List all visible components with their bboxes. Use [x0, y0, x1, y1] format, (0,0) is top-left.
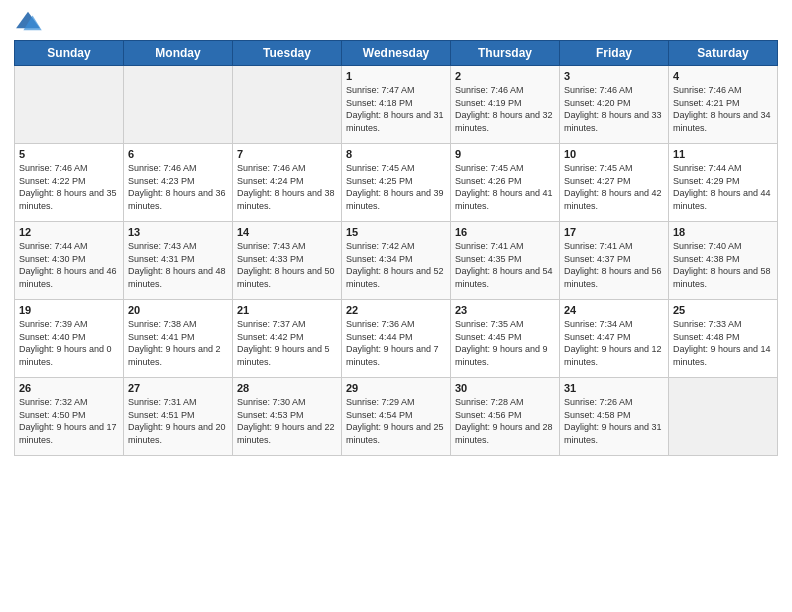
calendar-table: SundayMondayTuesdayWednesdayThursdayFrid… [14, 40, 778, 456]
calendar-cell: 28Sunrise: 7:30 AM Sunset: 4:53 PM Dayli… [233, 378, 342, 456]
day-info: Sunrise: 7:28 AM Sunset: 4:56 PM Dayligh… [455, 396, 555, 446]
day-info: Sunrise: 7:43 AM Sunset: 4:33 PM Dayligh… [237, 240, 337, 290]
calendar-cell: 29Sunrise: 7:29 AM Sunset: 4:54 PM Dayli… [342, 378, 451, 456]
day-info: Sunrise: 7:42 AM Sunset: 4:34 PM Dayligh… [346, 240, 446, 290]
day-number: 21 [237, 304, 337, 316]
day-number: 3 [564, 70, 664, 82]
calendar-cell: 9Sunrise: 7:45 AM Sunset: 4:26 PM Daylig… [451, 144, 560, 222]
day-info: Sunrise: 7:29 AM Sunset: 4:54 PM Dayligh… [346, 396, 446, 446]
calendar-cell: 15Sunrise: 7:42 AM Sunset: 4:34 PM Dayli… [342, 222, 451, 300]
calendar-cell: 1Sunrise: 7:47 AM Sunset: 4:18 PM Daylig… [342, 66, 451, 144]
day-number: 18 [673, 226, 773, 238]
weekday-tuesday: Tuesday [233, 41, 342, 66]
day-number: 4 [673, 70, 773, 82]
calendar-cell: 21Sunrise: 7:37 AM Sunset: 4:42 PM Dayli… [233, 300, 342, 378]
calendar-cell: 19Sunrise: 7:39 AM Sunset: 4:40 PM Dayli… [15, 300, 124, 378]
day-info: Sunrise: 7:44 AM Sunset: 4:30 PM Dayligh… [19, 240, 119, 290]
day-number: 13 [128, 226, 228, 238]
day-number: 10 [564, 148, 664, 160]
day-info: Sunrise: 7:40 AM Sunset: 4:38 PM Dayligh… [673, 240, 773, 290]
day-info: Sunrise: 7:46 AM Sunset: 4:21 PM Dayligh… [673, 84, 773, 134]
day-number: 5 [19, 148, 119, 160]
day-info: Sunrise: 7:45 AM Sunset: 4:25 PM Dayligh… [346, 162, 446, 212]
week-row-4: 19Sunrise: 7:39 AM Sunset: 4:40 PM Dayli… [15, 300, 778, 378]
day-number: 27 [128, 382, 228, 394]
week-row-5: 26Sunrise: 7:32 AM Sunset: 4:50 PM Dayli… [15, 378, 778, 456]
day-number: 22 [346, 304, 446, 316]
day-info: Sunrise: 7:39 AM Sunset: 4:40 PM Dayligh… [19, 318, 119, 368]
day-number: 29 [346, 382, 446, 394]
day-info: Sunrise: 7:45 AM Sunset: 4:26 PM Dayligh… [455, 162, 555, 212]
calendar-cell: 6Sunrise: 7:46 AM Sunset: 4:23 PM Daylig… [124, 144, 233, 222]
weekday-sunday: Sunday [15, 41, 124, 66]
day-info: Sunrise: 7:46 AM Sunset: 4:24 PM Dayligh… [237, 162, 337, 212]
day-number: 26 [19, 382, 119, 394]
calendar-cell: 22Sunrise: 7:36 AM Sunset: 4:44 PM Dayli… [342, 300, 451, 378]
week-row-3: 12Sunrise: 7:44 AM Sunset: 4:30 PM Dayli… [15, 222, 778, 300]
day-number: 12 [19, 226, 119, 238]
day-number: 31 [564, 382, 664, 394]
logo-icon [14, 10, 42, 32]
day-info: Sunrise: 7:31 AM Sunset: 4:51 PM Dayligh… [128, 396, 228, 446]
calendar-cell: 5Sunrise: 7:46 AM Sunset: 4:22 PM Daylig… [15, 144, 124, 222]
weekday-friday: Friday [560, 41, 669, 66]
day-info: Sunrise: 7:44 AM Sunset: 4:29 PM Dayligh… [673, 162, 773, 212]
calendar-cell: 23Sunrise: 7:35 AM Sunset: 4:45 PM Dayli… [451, 300, 560, 378]
day-info: Sunrise: 7:45 AM Sunset: 4:27 PM Dayligh… [564, 162, 664, 212]
day-number: 6 [128, 148, 228, 160]
weekday-saturday: Saturday [669, 41, 778, 66]
day-number: 15 [346, 226, 446, 238]
day-info: Sunrise: 7:38 AM Sunset: 4:41 PM Dayligh… [128, 318, 228, 368]
day-info: Sunrise: 7:32 AM Sunset: 4:50 PM Dayligh… [19, 396, 119, 446]
calendar-cell: 12Sunrise: 7:44 AM Sunset: 4:30 PM Dayli… [15, 222, 124, 300]
day-number: 25 [673, 304, 773, 316]
day-number: 20 [128, 304, 228, 316]
day-info: Sunrise: 7:26 AM Sunset: 4:58 PM Dayligh… [564, 396, 664, 446]
day-info: Sunrise: 7:37 AM Sunset: 4:42 PM Dayligh… [237, 318, 337, 368]
day-number: 24 [564, 304, 664, 316]
day-number: 14 [237, 226, 337, 238]
day-info: Sunrise: 7:36 AM Sunset: 4:44 PM Dayligh… [346, 318, 446, 368]
calendar-cell [15, 66, 124, 144]
weekday-wednesday: Wednesday [342, 41, 451, 66]
week-row-1: 1Sunrise: 7:47 AM Sunset: 4:18 PM Daylig… [15, 66, 778, 144]
calendar-cell: 20Sunrise: 7:38 AM Sunset: 4:41 PM Dayli… [124, 300, 233, 378]
day-number: 16 [455, 226, 555, 238]
calendar-cell: 2Sunrise: 7:46 AM Sunset: 4:19 PM Daylig… [451, 66, 560, 144]
calendar-cell [233, 66, 342, 144]
calendar-cell: 8Sunrise: 7:45 AM Sunset: 4:25 PM Daylig… [342, 144, 451, 222]
calendar-cell: 4Sunrise: 7:46 AM Sunset: 4:21 PM Daylig… [669, 66, 778, 144]
day-info: Sunrise: 7:47 AM Sunset: 4:18 PM Dayligh… [346, 84, 446, 134]
main-container: SundayMondayTuesdayWednesdayThursdayFrid… [0, 0, 792, 464]
calendar-cell: 11Sunrise: 7:44 AM Sunset: 4:29 PM Dayli… [669, 144, 778, 222]
day-info: Sunrise: 7:41 AM Sunset: 4:37 PM Dayligh… [564, 240, 664, 290]
day-info: Sunrise: 7:41 AM Sunset: 4:35 PM Dayligh… [455, 240, 555, 290]
day-info: Sunrise: 7:46 AM Sunset: 4:19 PM Dayligh… [455, 84, 555, 134]
day-number: 8 [346, 148, 446, 160]
day-number: 2 [455, 70, 555, 82]
day-info: Sunrise: 7:43 AM Sunset: 4:31 PM Dayligh… [128, 240, 228, 290]
calendar-cell: 13Sunrise: 7:43 AM Sunset: 4:31 PM Dayli… [124, 222, 233, 300]
calendar-cell: 30Sunrise: 7:28 AM Sunset: 4:56 PM Dayli… [451, 378, 560, 456]
calendar-cell: 16Sunrise: 7:41 AM Sunset: 4:35 PM Dayli… [451, 222, 560, 300]
calendar-cell: 7Sunrise: 7:46 AM Sunset: 4:24 PM Daylig… [233, 144, 342, 222]
day-info: Sunrise: 7:34 AM Sunset: 4:47 PM Dayligh… [564, 318, 664, 368]
calendar-cell: 27Sunrise: 7:31 AM Sunset: 4:51 PM Dayli… [124, 378, 233, 456]
calendar-cell: 10Sunrise: 7:45 AM Sunset: 4:27 PM Dayli… [560, 144, 669, 222]
day-number: 30 [455, 382, 555, 394]
header [14, 10, 778, 32]
day-number: 28 [237, 382, 337, 394]
day-number: 17 [564, 226, 664, 238]
calendar-cell: 26Sunrise: 7:32 AM Sunset: 4:50 PM Dayli… [15, 378, 124, 456]
day-number: 19 [19, 304, 119, 316]
calendar-cell [669, 378, 778, 456]
day-info: Sunrise: 7:30 AM Sunset: 4:53 PM Dayligh… [237, 396, 337, 446]
day-info: Sunrise: 7:33 AM Sunset: 4:48 PM Dayligh… [673, 318, 773, 368]
day-number: 11 [673, 148, 773, 160]
day-number: 9 [455, 148, 555, 160]
calendar-cell: 18Sunrise: 7:40 AM Sunset: 4:38 PM Dayli… [669, 222, 778, 300]
weekday-thursday: Thursday [451, 41, 560, 66]
calendar-cell: 25Sunrise: 7:33 AM Sunset: 4:48 PM Dayli… [669, 300, 778, 378]
calendar-cell: 14Sunrise: 7:43 AM Sunset: 4:33 PM Dayli… [233, 222, 342, 300]
calendar-cell: 31Sunrise: 7:26 AM Sunset: 4:58 PM Dayli… [560, 378, 669, 456]
